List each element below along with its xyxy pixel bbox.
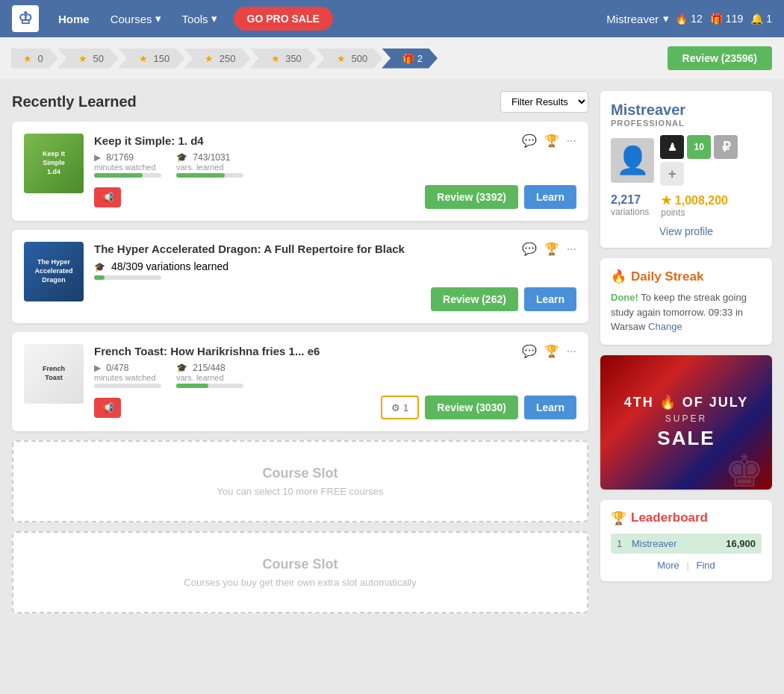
profile-widget: Mistreaver PROFESSIONAL 👤 ♟ 10 ₽ + 2, [600, 91, 772, 248]
play-icon: ▶ [94, 152, 101, 163]
progress-step-0[interactable]: ★ 0 [11, 49, 58, 69]
progress-bar-area: ★ 0 ★ 50 ★ 150 ★ 250 ★ 350 ★ 500 🎁 2 Rev… [0, 37, 784, 79]
gift-icon: 🎁 [710, 13, 723, 25]
profile-icons: ♟ 10 ₽ + [660, 135, 762, 186]
stat-points: ★ 1,008,200 points [661, 193, 728, 218]
banner-content: 4TH 🔥 OF JULY SUPER SALE [617, 387, 756, 457]
course-actions-top-1: 💬 🏆 ··· [522, 134, 576, 148]
badge-fire[interactable]: 🔥 12 [675, 13, 703, 25]
leaderboard-links: More | Find [611, 560, 762, 571]
progress-fill [94, 275, 105, 280]
slot-desc-1: You can select 10 more FREE courses [25, 486, 575, 497]
trophy-icon[interactable]: 🏆 [544, 134, 559, 148]
fire-icon: 🔥 [611, 269, 626, 284]
view-profile-link[interactable]: View profile [611, 225, 762, 237]
learn-button-3[interactable]: Learn [524, 396, 576, 419]
course-title-3: French Toast: How Harikrishna fries 1...… [94, 345, 320, 357]
review-button-2[interactable]: Review (262) [431, 287, 518, 311]
add-badge-icon[interactable]: + [660, 162, 684, 186]
find-link[interactable]: Find [696, 560, 715, 571]
progress-bar-vars-3 [176, 384, 243, 388]
more-link[interactable]: More [657, 560, 679, 571]
course-slot-2[interactable]: Course Slot Courses you buy get their ow… [12, 531, 588, 613]
star-icon: ★ [205, 53, 214, 64]
more-icon[interactable]: ··· [567, 243, 576, 256]
progress-bar-min-1 [94, 173, 161, 178]
play-icon: ▶ [94, 363, 101, 373]
nav-home[interactable]: Home [51, 8, 97, 30]
trophy-icon[interactable]: 🏆 [544, 242, 559, 256]
slot-title-2: Course Slot [25, 557, 575, 572]
done-label: Done! [611, 292, 638, 303]
comment-icon[interactable]: 💬 [522, 242, 537, 256]
course-thumb-3: FrenchToast [24, 344, 84, 404]
learn-button-2[interactable]: Learn [524, 287, 576, 311]
leaderboard-name-1[interactable]: Mistreaver [632, 538, 726, 549]
variations-count: 2,217 [611, 193, 649, 207]
filter-select[interactable]: Filter Results [500, 91, 588, 113]
star-icon: ★ [23, 53, 32, 64]
course-bottom-3: 📢 ⚙ 1 Review (3030) Learn [94, 396, 576, 419]
course-info-2: The Hyper Accelerated Dragon: A Full Rep… [94, 242, 576, 311]
progress-step-150[interactable]: ★ 150 [118, 49, 184, 69]
learn-button-1[interactable]: Learn [524, 185, 576, 209]
course-stats-3: ▶ 0/478 minutes watched 🎓 215/448 vars. … [94, 363, 576, 388]
section-header: Recently Learned Filter Results [12, 91, 588, 113]
comment-icon[interactable]: 💬 [522, 344, 537, 358]
progress-steps: ★ 0 ★ 50 ★ 150 ★ 250 ★ 350 ★ 500 🎁 2 [12, 49, 656, 69]
more-icon[interactable]: ··· [567, 345, 576, 358]
course-single-stat-2: 🎓 48/309 variations learned [94, 260, 576, 280]
comment-icon[interactable]: 💬 [522, 134, 537, 148]
bell-icon: 🔔 [750, 13, 763, 25]
chevron-down-icon: ▾ [211, 12, 217, 25]
badge-bell[interactable]: 🔔 1 [750, 13, 772, 25]
slot-desc-2: Courses you buy get their own extra slot… [25, 577, 575, 588]
stat-minutes-3: ▶ 0/478 minutes watched [94, 363, 161, 388]
banner-line2: SUPER [624, 413, 748, 424]
star-icon: ★ [78, 53, 87, 64]
nav-tools[interactable]: Tools ▾ [175, 7, 225, 30]
progress-step-250[interactable]: ★ 250 [184, 49, 250, 69]
course-slot-1[interactable]: Course Slot You can select 10 more FREE … [12, 440, 588, 522]
profile-name: Mistreaver [611, 101, 762, 119]
review-top-button[interactable]: Review (23596) [668, 46, 772, 70]
btn-group-3: ⚙ 1 Review (3030) Learn [381, 396, 576, 419]
streak-title: 🔥 Daily Streak [611, 269, 762, 284]
star-icon: ★ [139, 53, 148, 64]
star-icon: ★ [337, 53, 346, 64]
leaderboard-score-1: 16,900 [726, 538, 756, 549]
navbar: ♔ Home Courses ▾ Tools ▾ GO PRO SALE Mis… [0, 0, 784, 37]
user-menu[interactable]: Mistreaver ▾ [606, 12, 669, 25]
trophy-icon[interactable]: 🏆 [544, 344, 559, 358]
streak-widget: 🔥 Daily Streak Done! To keep the streak … [600, 258, 772, 345]
variations-label: variations [611, 207, 649, 217]
change-link[interactable]: Change [648, 321, 682, 332]
stat-vars-3: 🎓 215/448 vars. learned [176, 363, 243, 388]
announce-button-3[interactable]: 📢 [94, 398, 121, 418]
navbar-badges: 🔥 12 🎁 119 🔔 1 [675, 13, 772, 25]
course-bottom-2: Review (262) Learn [94, 287, 576, 311]
more-icon[interactable]: ··· [567, 134, 576, 148]
progress-step-350[interactable]: ★ 350 [250, 49, 317, 69]
course-title-2: The Hyper Accelerated Dragon: A Full Rep… [94, 243, 405, 255]
badge-gift[interactable]: 🎁 119 [710, 13, 743, 25]
progress-step-50[interactable]: ★ 50 [57, 49, 119, 69]
btn-group-2: Review (262) Learn [431, 287, 576, 311]
progress-step-active[interactable]: 🎁 2 [382, 49, 438, 69]
chevron-down-icon: ▾ [155, 12, 161, 25]
badge-button-3[interactable]: ⚙ 1 [381, 396, 419, 419]
banner-widget[interactable]: 4TH 🔥 OF JULY SUPER SALE ♚ [600, 355, 772, 490]
progress-bar-vars-1 [176, 173, 243, 178]
grad-icon: 🎓 [94, 262, 105, 272]
progress-step-500[interactable]: ★ 500 [316, 49, 382, 69]
review-button-3[interactable]: Review (3030) [425, 396, 518, 419]
review-button-1[interactable]: Review (3392) [425, 185, 518, 209]
currency-icon: ₽ [714, 135, 738, 159]
btn-group-1: Review (3392) Learn [425, 185, 576, 209]
go-pro-button[interactable]: GO PRO SALE [234, 7, 333, 31]
announce-button-1[interactable]: 📢 [94, 187, 121, 207]
leaderboard-title: 🏆 Leaderboard [611, 510, 762, 526]
progress-bar-min-3 [94, 384, 161, 388]
nav-courses[interactable]: Courses ▾ [103, 7, 169, 30]
banner-line3: SALE [624, 427, 748, 450]
